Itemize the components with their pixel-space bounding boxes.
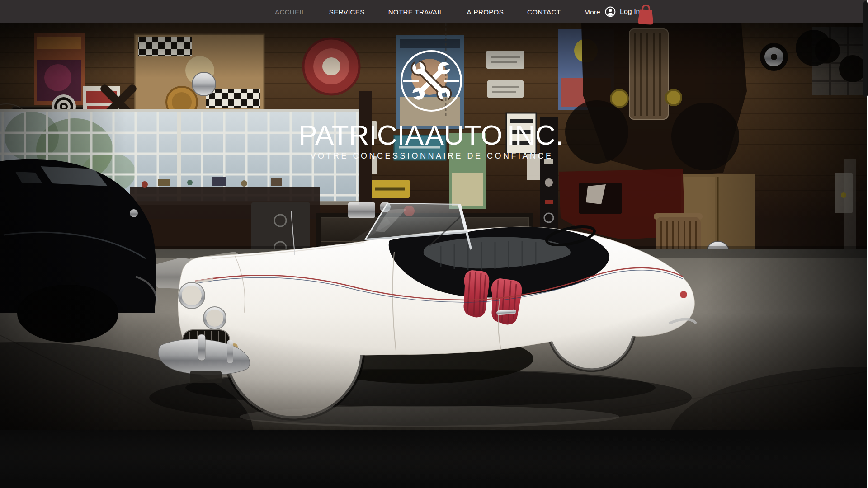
nav-item-more[interactable]: More xyxy=(584,8,600,16)
scrollbar-thumb[interactable] xyxy=(863,1,868,97)
nav-item-services[interactable]: SERVICES xyxy=(329,8,365,16)
footer-strip xyxy=(0,430,868,488)
page-subtitle: VOTRE CONCESSIONNAIRE DE CONFIANCE xyxy=(0,151,866,161)
nav-item-notre-travail[interactable]: NOTRE TRAVAIL xyxy=(388,8,443,16)
page: PATRICIA AUTO INC. VOTRE CONCESSIONNAIRE… xyxy=(0,0,868,488)
nav-item-accueil[interactable]: ACCUEIL xyxy=(275,8,306,16)
hero-section: PATRICIA AUTO INC. VOTRE CONCESSIONNAIRE… xyxy=(0,23,868,430)
nav-bar: ACCUEIL SERVICES NOTRE TRAVAIL À PROPOS … xyxy=(0,0,868,23)
page-title: PATRICIA AUTO INC. xyxy=(0,121,865,149)
logo-emblem xyxy=(397,47,466,115)
cart-button[interactable] xyxy=(637,3,656,25)
nav-menu: ACCUEIL SERVICES NOTRE TRAVAIL À PROPOS … xyxy=(275,0,600,23)
login-button[interactable]: Log In xyxy=(605,0,640,23)
crossed-wrenches-icon xyxy=(397,47,466,115)
nav-item-contact[interactable]: CONTACT xyxy=(527,8,561,16)
nav-item-a-propos[interactable]: À PROPOS xyxy=(467,8,504,16)
user-avatar-icon xyxy=(605,6,616,17)
shopping-bag-icon xyxy=(637,3,656,25)
